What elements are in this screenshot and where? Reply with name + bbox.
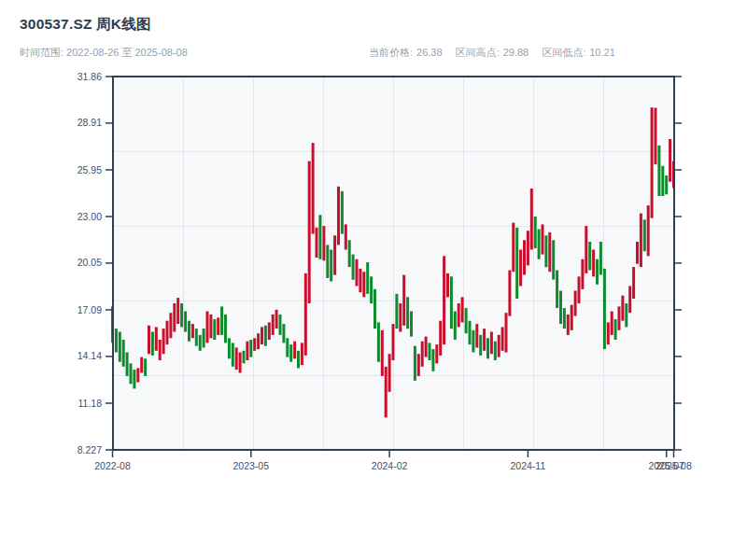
candle-bar-down <box>203 329 205 347</box>
candle-bar-down <box>119 332 121 362</box>
candle-bar-up <box>381 330 384 376</box>
candle-bar-up <box>542 224 544 254</box>
candle-bar-down <box>297 351 300 369</box>
candle-bar-down <box>133 370 135 388</box>
candle-bar-up <box>611 312 613 335</box>
candle-bar-up <box>359 269 361 292</box>
candle-bar-up <box>571 305 573 330</box>
candle-bar-up <box>636 242 639 264</box>
candle-bar-down <box>377 322 380 361</box>
candle-bar-up <box>217 317 219 335</box>
candle-bar-up <box>333 235 336 274</box>
candle-bar-down <box>188 321 190 342</box>
candle-bar-down <box>563 308 566 329</box>
candle-bar-down <box>213 319 216 340</box>
candle-bar-down <box>341 191 344 234</box>
candle-bar-up <box>308 161 311 303</box>
candle-bar-down <box>410 312 413 337</box>
candle-bar-down <box>366 262 369 294</box>
candle-bar-up <box>322 226 325 260</box>
x-axis-label: 2025-08 <box>655 460 692 471</box>
candle-bar-up <box>483 329 486 351</box>
candle-bar-up <box>651 107 654 218</box>
candle-bar-down <box>614 319 617 340</box>
candle-bar-down <box>465 308 468 333</box>
candle-bar-up <box>548 232 551 272</box>
candle-bar-down <box>596 259 599 285</box>
candle-bar-down <box>454 312 457 341</box>
candle-bar-up <box>530 189 533 250</box>
candle-bar-up <box>585 226 587 273</box>
candle-bar-down <box>544 235 547 267</box>
y-axis-label: 8.227 <box>78 444 102 455</box>
candle-bar-up <box>239 353 242 373</box>
candle-bar-down <box>228 338 231 358</box>
candle-bar-down <box>603 269 606 349</box>
candle-bar-down <box>282 324 285 343</box>
candle-bar-up <box>655 108 657 165</box>
candle-bar-up <box>640 214 642 268</box>
candle-bar-down <box>657 146 660 196</box>
candle-bar-up <box>209 315 212 338</box>
candle-bar-down <box>348 240 351 267</box>
candle-bar-up <box>647 205 650 256</box>
x-axis-label: 2023-05 <box>233 460 270 471</box>
candle-bar-up <box>345 224 347 249</box>
candle-bar-up <box>425 337 428 357</box>
candle-bar-up <box>458 303 460 327</box>
candle-bar-up <box>293 342 296 359</box>
x-axis-label: 2024-02 <box>372 460 408 471</box>
candle-bar-down <box>414 346 416 381</box>
candle-bar-up <box>261 327 263 344</box>
candle-bar-down <box>199 335 202 351</box>
candle-bar-up <box>162 329 165 354</box>
candle-bar-down <box>330 250 332 282</box>
candle-bar-up <box>592 250 595 277</box>
candle-bar-down <box>249 340 252 357</box>
candle-bar-down <box>224 315 227 343</box>
candle-bar-up <box>621 296 624 321</box>
candle-bar-up <box>275 310 278 329</box>
candle-bar-up <box>392 324 395 360</box>
candle-bar-down <box>559 291 562 325</box>
candle-bar-up <box>628 286 631 313</box>
candle-bar-up <box>574 291 577 316</box>
candle-bar-down <box>352 255 355 280</box>
candle-bar-down <box>232 343 234 366</box>
candle-bar-down <box>264 326 267 346</box>
candle-bar-down <box>144 358 147 376</box>
candle-bar-down <box>479 335 482 356</box>
candle-bar-down <box>643 219 646 251</box>
candle-bar-up <box>166 321 169 344</box>
x-axis-label: 2024-11 <box>511 460 546 471</box>
kline-page: 300537.SZ 周K线图 时间范围: 2022-08-26 至 2025-0… <box>0 0 747 560</box>
candle-bar-down <box>180 303 183 327</box>
candle-bar-up <box>527 231 529 265</box>
candle-bar-down <box>406 297 409 329</box>
y-axis-label: 20.05 <box>78 257 102 268</box>
candle-bar-up <box>417 354 420 376</box>
candle-bar-up <box>140 357 143 373</box>
candle-bar-up <box>272 315 275 335</box>
candle-bar-down <box>469 321 472 344</box>
candle-bar-up <box>399 303 402 332</box>
candle-bar-down <box>665 175 668 194</box>
x-axis-label: 2022-08 <box>94 460 131 471</box>
candle-bar-down <box>556 271 558 309</box>
candle-bar-down <box>534 217 537 248</box>
candle-bar-down <box>289 344 292 362</box>
candle-bar-up <box>148 326 150 355</box>
y-axis-label: 25.95 <box>78 164 102 175</box>
y-axis-label: 28.91 <box>78 117 102 128</box>
y-axis-label: 14.14 <box>78 350 102 361</box>
candle-bar-up <box>490 332 493 355</box>
candle-bar-down <box>151 332 154 356</box>
candle-bar-up <box>669 139 671 182</box>
candle-bar-up <box>356 259 359 287</box>
candle-bar-down <box>220 306 223 335</box>
candle-bar-up <box>362 272 365 297</box>
candle-bar-up <box>268 322 271 340</box>
candle-bar-up <box>512 223 514 273</box>
candle-bar-down <box>184 312 187 332</box>
candle-bar-up <box>136 368 139 382</box>
